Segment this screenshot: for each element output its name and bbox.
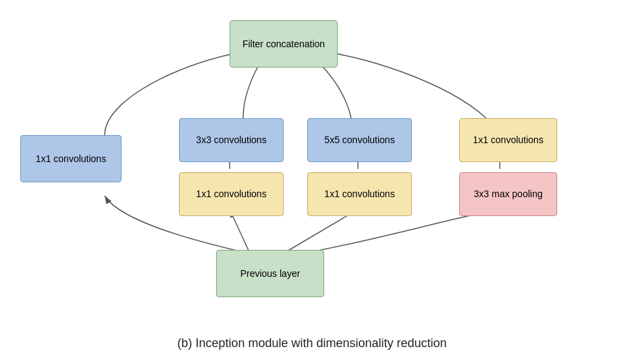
conv1x1-mid-right-label: 1x1 convolutions [324, 188, 394, 200]
conv1x1-pool-label: 1x1 convolutions [473, 134, 543, 146]
conv1x1-mid-right-box: 1x1 convolutions [307, 172, 412, 216]
maxpool-label: 3x3 max pooling [474, 188, 543, 200]
filter-concat-label: Filter concatenation [242, 38, 325, 50]
conv1x1-left-box: 1x1 convolutions [20, 135, 122, 182]
prev-layer-label: Previous layer [240, 267, 301, 280]
caption: (b) Inception module with dimensionality… [0, 331, 624, 355]
prev-layer-box: Previous layer [216, 250, 324, 297]
conv1x1-left-label: 1x1 convolutions [36, 153, 106, 165]
conv5x5-label: 5x5 convolutions [324, 134, 394, 146]
caption-text: (b) Inception module with dimensionality… [177, 336, 446, 350]
filter-concat-box: Filter concatenation [230, 20, 338, 68]
conv3x3-box: 3x3 convolutions [179, 118, 284, 162]
conv1x1-mid-left-box: 1x1 convolutions [179, 172, 284, 216]
conv1x1-mid-left-label: 1x1 convolutions [196, 188, 266, 200]
maxpool-box: 3x3 max pooling [459, 172, 557, 216]
conv1x1-pool-box: 1x1 convolutions [459, 118, 557, 162]
conv3x3-label: 3x3 convolutions [196, 134, 266, 146]
conv5x5-box: 5x5 convolutions [307, 118, 412, 162]
diagram-container: Filter concatenation 1x1 convolutions 3x… [0, 0, 624, 331]
